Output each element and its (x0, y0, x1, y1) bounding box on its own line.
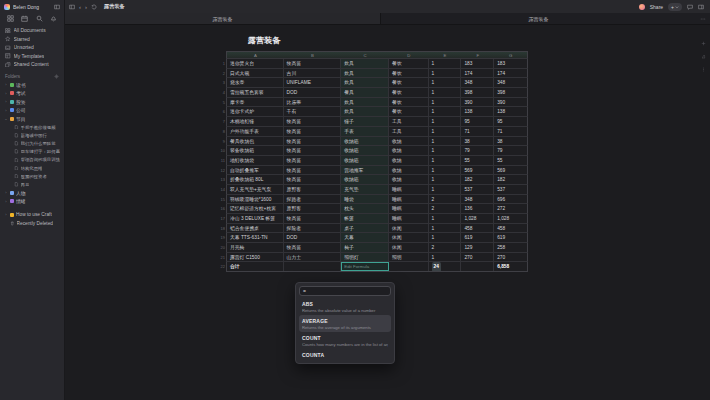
row-number[interactable]: 14 (218, 185, 225, 195)
table-cell[interactable]: 537 (494, 185, 527, 194)
table-cell[interactable]: 折叠收纳箱 80L (227, 175, 284, 184)
column-letter[interactable]: B (284, 52, 342, 58)
add-block-icon[interactable] (701, 41, 706, 46)
table-cell[interactable]: 餐饮 (389, 59, 429, 68)
table-cell[interactable]: UNIFLAME (284, 78, 342, 87)
table-cell[interactable]: 79 (494, 146, 527, 155)
formula-suggestion[interactable]: AVERAGEReturns the average of its argume… (299, 315, 391, 332)
table-cell[interactable]: 458 (494, 224, 527, 233)
column-letter[interactable]: G (494, 52, 527, 58)
table-cell[interactable]: 原野客 (284, 204, 342, 213)
sidebar-folder-item[interactable]: ›投资 (0, 98, 64, 107)
table-cell[interactable]: 睡眠 (389, 185, 429, 194)
table-cell[interactable]: 记忆棉舒适方枕+枕套 (227, 204, 284, 213)
sidebar-item-shared-content[interactable]: Shared Content (3, 60, 61, 69)
history-icon[interactable] (91, 4, 97, 10)
table-cell[interactable]: 1,028 (461, 214, 494, 223)
table-cell[interactable]: 24 (429, 262, 462, 271)
table-cell[interactable]: 月亮椅 (227, 243, 284, 252)
table-cell[interactable]: 户外功能手表 (227, 127, 284, 136)
table-cell[interactable]: 牧高笛 (284, 156, 342, 165)
right-panel-icon[interactable] (698, 4, 704, 10)
table-cell[interactable]: 1 (429, 233, 462, 242)
table-cell[interactable]: 收纳箱 (341, 156, 389, 165)
table-cell[interactable]: 桌子 (341, 224, 389, 233)
table-cell[interactable]: 1 (429, 166, 462, 175)
table-cell[interactable]: 569 (461, 166, 494, 175)
table-cell[interactable]: 收纳箱 (341, 175, 389, 184)
documents-grid-icon[interactable] (7, 15, 14, 22)
disclosure-chevron-icon[interactable]: › (4, 190, 8, 195)
sidebar-document-item[interactable]: 新海诚中国行 (0, 131, 64, 139)
table-cell[interactable]: 2 (429, 195, 462, 204)
table-cell[interactable]: 2 (429, 204, 462, 213)
table-cell[interactable]: 牧高笛 (284, 146, 342, 155)
disclosure-chevron-icon[interactable]: › (4, 199, 8, 204)
row-number[interactable]: 15 (218, 195, 225, 205)
table-cell[interactable]: 收纳箱 (341, 137, 389, 146)
table-cell[interactable]: 自动折叠推车 (227, 166, 284, 175)
table-cell[interactable]: 冷山 3 DELUXE 帐篷 (227, 214, 284, 223)
table-cell[interactable]: 炊具 (341, 98, 389, 107)
table-cell[interactable]: 比乐蒂 (284, 98, 342, 107)
table-cell[interactable]: 枕头 (341, 204, 389, 213)
table-cell[interactable]: 390 (494, 98, 527, 107)
table-cell[interactable]: DOD (284, 233, 342, 242)
table-cell[interactable]: 椅子 (341, 243, 389, 252)
table-cell[interactable]: 探路者 (284, 195, 342, 204)
table-cell[interactable]: 1 (429, 224, 462, 233)
table-cell[interactable]: 95 (461, 117, 494, 126)
table-cell[interactable]: 1 (429, 175, 462, 184)
table-cell[interactable]: 182 (461, 175, 494, 184)
table-cell[interactable]: 348 (461, 195, 494, 204)
table-cell[interactable]: 1 (429, 156, 462, 165)
sidebar-document-item[interactable]: 结构化思维 (0, 164, 64, 172)
table-cell[interactable] (461, 262, 494, 271)
selected-formula-cell[interactable]: Edit Formula (341, 262, 389, 271)
row-number[interactable]: 2 (218, 69, 225, 79)
table-cell[interactable]: 帐篷 (341, 214, 389, 223)
table-cell[interactable]: 牧高笛 (284, 117, 342, 126)
table-cell[interactable]: 睡袋 (341, 195, 389, 204)
table-cell[interactable]: 工具 (389, 117, 429, 126)
table-cell[interactable]: 183 (494, 59, 527, 68)
formula-suggestion[interactable]: ABSReturns the absolute value of a numbe… (299, 298, 391, 315)
disclosure-chevron-icon[interactable]: › (4, 99, 8, 104)
table-cell[interactable]: 1 (429, 253, 462, 262)
table-cell[interactable]: 696 (494, 195, 527, 204)
disclosure-chevron-icon[interactable]: › (4, 108, 8, 113)
row-number[interactable]: 18 (218, 224, 225, 234)
table-cell[interactable]: 71 (494, 127, 527, 136)
table-cell[interactable]: 天幕 TTS-631-TN (227, 233, 284, 242)
column-letter[interactable]: C (341, 52, 389, 58)
collapse-sidebar-icon[interactable] (54, 4, 60, 10)
table-cell[interactable]: 38 (494, 137, 527, 146)
share-avatar[interactable] (639, 4, 645, 10)
table-cell[interactable]: 铝合金便携桌 (227, 224, 284, 233)
sidebar-footer-item[interactable]: Recently Deleted (0, 219, 64, 228)
row-number[interactable]: 19 (218, 233, 225, 243)
table-cell[interactable]: 装备收纳箱 (227, 146, 284, 155)
table-cell[interactable]: 1 (429, 59, 462, 68)
table-cell[interactable]: 398 (461, 88, 494, 97)
table-cell[interactable]: 79 (461, 146, 494, 155)
row-number[interactable]: 10 (218, 146, 225, 156)
table-cell[interactable]: 原野客 (284, 185, 342, 194)
row-number[interactable]: 3 (218, 78, 225, 88)
table-cell[interactable]: 348 (494, 78, 527, 87)
table-cell[interactable]: 174 (494, 69, 527, 78)
row-number[interactable]: 21 (218, 253, 225, 263)
table-cell[interactable]: 牧高笛 (284, 175, 342, 184)
table-cell[interactable]: 1 (429, 78, 462, 87)
table-cell[interactable]: 129 (461, 243, 494, 252)
table-cell[interactable]: 迷你卡式炉 (227, 107, 284, 116)
row-number[interactable]: 13 (218, 175, 225, 185)
table-cell[interactable]: 餐饮 (389, 98, 429, 107)
folder-settings-gear-icon[interactable] (54, 74, 59, 79)
sidebar-folder-item[interactable]: ›考试 (0, 89, 64, 98)
table-cell[interactable]: 138 (494, 107, 527, 116)
row-number[interactable]: 7 (218, 117, 225, 127)
table-cell[interactable]: 71 (461, 127, 494, 136)
table-cell[interactable]: 山力士 (284, 253, 342, 262)
table-cell[interactable]: 雪拉碗五色套装 (227, 88, 284, 97)
